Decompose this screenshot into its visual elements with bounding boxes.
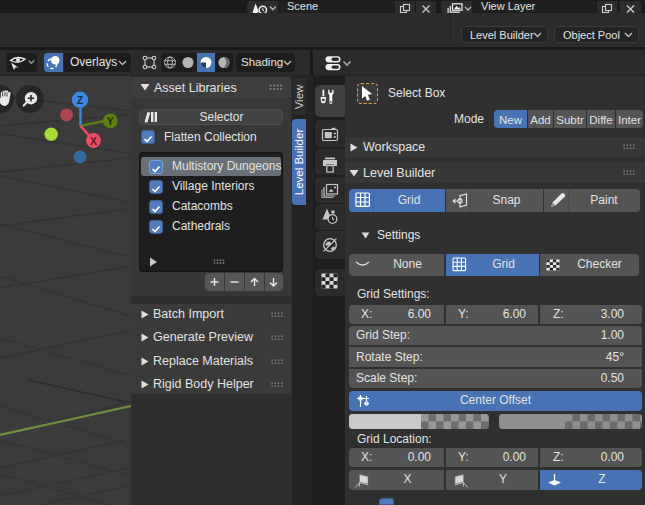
svg-text:Y: Y xyxy=(107,115,114,127)
svg-text:X: X xyxy=(90,135,97,147)
svg-text:Z: Z xyxy=(77,94,84,106)
